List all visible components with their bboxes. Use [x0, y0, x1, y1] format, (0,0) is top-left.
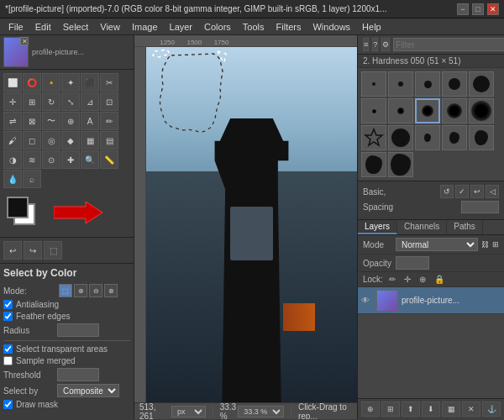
tool-gradient[interactable]: ▤ [100, 131, 118, 150]
layer-down-btn[interactable]: ⬇ [422, 402, 440, 417]
lock-alpha-btn[interactable]: ⊕ [417, 274, 428, 285]
tool-fill[interactable]: ▦ [81, 131, 99, 150]
tab-channels[interactable]: Channels [397, 220, 447, 234]
tool-ellipse-select[interactable]: ⭕ [23, 73, 41, 92]
tool-handle-transform[interactable]: ⊕ [61, 112, 80, 130]
menu-item-select[interactable]: Select [58, 21, 94, 33]
tool-fuzzy-select[interactable]: ✦ [61, 73, 80, 92]
status-zoom-dropdown[interactable]: 33.3 % 50 % 100 % [238, 406, 284, 417]
tool-scale[interactable]: ⤡ [61, 92, 80, 111]
brush-item[interactable] [442, 125, 467, 150]
brush-view-icon[interactable]: ≡ [363, 38, 369, 51]
status-unit-dropdown[interactable]: px mm in [171, 406, 206, 417]
menu-item-image[interactable]: Image [127, 21, 163, 33]
brush-item[interactable] [442, 98, 467, 123]
lock-pixels-btn[interactable]: ✏ [386, 274, 398, 285]
brush-item[interactable] [469, 125, 494, 150]
brush-spacing-input[interactable]: 10.0 [461, 201, 499, 213]
reset-icon-button[interactable]: ⬚ [44, 241, 62, 260]
draw-mask-checkbox[interactable] [3, 400, 13, 409]
brush-item[interactable] [469, 71, 494, 97]
brush-apply-btn[interactable]: ✓ [455, 185, 469, 198]
foreground-color-swatch[interactable] [7, 197, 29, 218]
tool-flip[interactable]: ⇌ [3, 112, 22, 130]
lock-all-btn[interactable]: 🔒 [432, 274, 447, 285]
lock-position-btn[interactable]: ✛ [402, 274, 413, 285]
brush-item[interactable] [442, 71, 467, 97]
canvas-wrapper[interactable]: .march-ant { fill: none; stroke: white; … [146, 47, 357, 402]
brush-settings-icon[interactable]: ⚙ [381, 38, 390, 51]
tool-dodge-burn[interactable]: ◑ [3, 150, 22, 169]
opacity-input[interactable]: 100.0 [396, 256, 429, 270]
tool-rotate[interactable]: ↻ [42, 92, 60, 111]
brush-item[interactable] [415, 71, 440, 97]
brush-item[interactable] [388, 71, 413, 97]
menu-item-help[interactable]: Help [357, 21, 386, 33]
brush-filter-input[interactable] [393, 38, 504, 51]
tool-scissors-select[interactable]: ✂ [100, 73, 118, 92]
brush-reset-btn[interactable]: ↩ [470, 185, 484, 198]
menu-item-edit[interactable]: Edit [30, 21, 56, 33]
menu-item-colors[interactable]: Colors [199, 21, 236, 33]
brush-item[interactable] [388, 152, 413, 177]
mode-merge-icon[interactable]: ⊞ [492, 240, 499, 249]
layer-anchor-btn[interactable]: ⚓ [482, 402, 501, 417]
tool-rect-select[interactable]: ⬜ [3, 73, 22, 92]
brush-help-icon[interactable]: ? [372, 38, 378, 51]
tool-measure[interactable]: 📏 [100, 150, 118, 169]
tool-airbrush[interactable]: ◎ [42, 131, 60, 150]
threshold-input[interactable]: 15.0 [57, 368, 99, 381]
brush-item-selected[interactable] [415, 98, 440, 123]
tool-alignment[interactable]: ⊞ [23, 92, 41, 111]
undo-icon-button[interactable]: ↩ [3, 241, 22, 260]
layer-copy-btn[interactable]: ⊞ [381, 402, 400, 417]
tool-eraser[interactable]: ◻ [23, 131, 41, 150]
brush-item[interactable] [361, 152, 386, 177]
canvas-image[interactable] [146, 47, 357, 402]
brush-item[interactable] [361, 71, 386, 97]
layer-up-btn[interactable]: ⬆ [402, 402, 420, 417]
layer-new-btn[interactable]: ⊕ [361, 402, 380, 417]
brush-item[interactable] [361, 98, 386, 123]
radius-input[interactable]: 10.0 [57, 323, 99, 337]
tool-heal[interactable]: ✚ [61, 150, 80, 169]
tool-select-by-color[interactable]: ⬛ [81, 73, 99, 92]
tool-warp-transform[interactable]: 〜 [42, 112, 60, 130]
select-by-dropdown[interactable]: Composite Red Green Blue HSV Hue [57, 384, 119, 397]
tool-pencil[interactable]: ✏ [100, 112, 118, 130]
layer-visibility-icon[interactable]: 👁 [361, 296, 373, 305]
layer-item[interactable]: 👁 profile-picture... [358, 287, 504, 314]
menu-item-filters[interactable]: Filters [271, 21, 307, 33]
preview-close-button[interactable]: ✕ [20, 37, 29, 45]
minimize-button[interactable]: − [457, 3, 469, 15]
tool-perspective[interactable]: ⊡ [100, 92, 118, 111]
mode-intersect-btn[interactable]: ⊗ [104, 284, 118, 297]
tool-text[interactable]: A [81, 112, 99, 130]
antialiasing-checkbox[interactable] [3, 300, 13, 309]
tool-paintbrush[interactable]: 🖌 [3, 131, 22, 150]
brush-item[interactable] [388, 125, 413, 150]
sample-merged-checkbox[interactable] [3, 356, 13, 365]
feather-edges-checkbox[interactable] [3, 312, 13, 321]
tool-move[interactable]: ✛ [3, 92, 22, 111]
menu-item-layer[interactable]: Layer [165, 21, 198, 33]
brush-prev-btn[interactable]: ◁ [486, 185, 499, 198]
tab-paths[interactable]: Paths [447, 220, 483, 234]
redo-icon-button[interactable]: ↪ [24, 241, 42, 260]
tool-color-picker[interactable]: 💧 [3, 170, 22, 188]
tool-magnify[interactable]: ⌕ [23, 170, 41, 188]
tool-shear[interactable]: ⊿ [81, 92, 99, 111]
brush-item[interactable] [415, 125, 440, 150]
close-button[interactable]: ✕ [487, 3, 499, 15]
mode-subtract-btn[interactable]: ⊖ [89, 284, 102, 297]
brush-item[interactable] [388, 98, 413, 123]
menu-item-tools[interactable]: Tools [238, 21, 270, 33]
menu-item-windows[interactable]: Windows [307, 21, 355, 33]
tool-ink[interactable]: ◆ [61, 131, 80, 150]
layer-merge-btn[interactable]: ▦ [442, 402, 460, 417]
layer-delete-btn[interactable]: ✕ [462, 402, 480, 417]
tool-zoom[interactable]: 🔍 [81, 150, 99, 169]
maximize-button[interactable]: □ [472, 3, 484, 15]
tool-smudge[interactable]: ≋ [23, 150, 41, 169]
brush-item[interactable] [469, 98, 494, 123]
